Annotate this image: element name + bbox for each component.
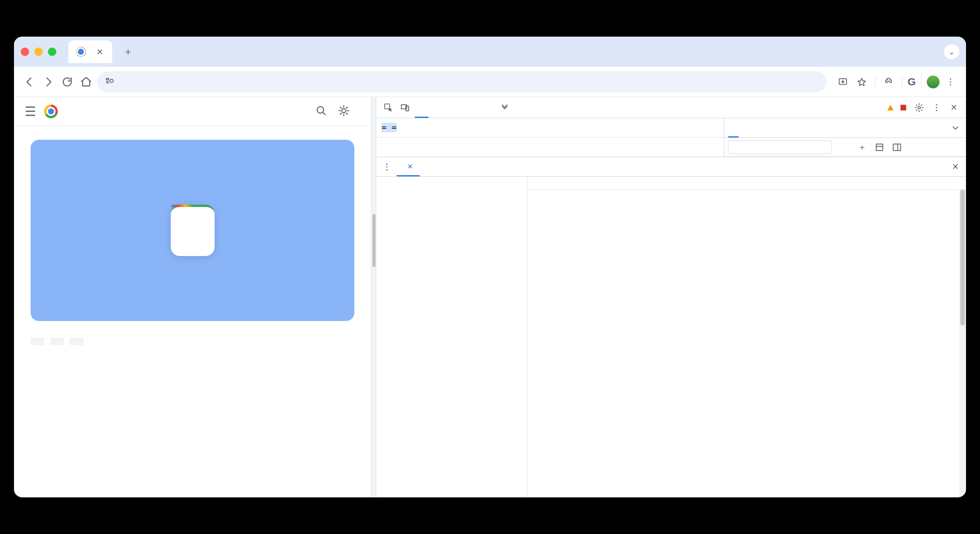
theme-toggle-icon[interactable] [338,105,350,118]
separator [921,76,921,88]
svg-point-20 [386,169,387,170]
browser-window: ✕ ＋ ⌄ [14,37,966,497]
devtools-drawer: ✕ ✕ [376,157,966,497]
window-controls [21,48,56,56]
svg-point-4 [950,81,951,82]
separator [902,76,902,88]
styles-tabs [724,118,966,138]
inspect-element-icon[interactable] [382,101,395,114]
tag-chip[interactable] [30,338,44,345]
browser-tab[interactable]: ✕ [68,40,112,63]
site-info-icon[interactable] [105,76,115,87]
install-app-icon[interactable] [835,74,851,90]
elements-panel: = = [376,118,966,157]
svg-point-19 [386,166,387,167]
computed-styles-icon[interactable] [873,140,886,154]
article [14,126,371,359]
forward-button[interactable] [40,74,56,90]
chart-stack [527,189,959,497]
svg-point-7 [342,109,346,113]
article-tags [30,338,354,345]
svg-point-15 [936,110,937,111]
browser-toolbar: G [14,67,966,97]
profile-avatar[interactable] [927,76,940,88]
page-header: ☰ [14,97,371,126]
home-button[interactable] [78,74,94,90]
chrome-menu-button[interactable] [943,74,958,90]
svg-point-3 [950,78,951,79]
svg-rect-11 [900,105,906,110]
tab-computed[interactable] [741,118,752,137]
close-window-button[interactable] [21,48,29,56]
tab-layout[interactable] [755,118,766,137]
devtools-close-icon[interactable]: ✕ [947,101,961,114]
svg-rect-17 [893,144,900,150]
tab-memory[interactable] [481,97,495,118]
tab-performance[interactable] [465,97,478,118]
tab-network[interactable] [448,97,462,118]
tag-chip[interactable] [50,338,64,345]
tab-elements[interactable] [415,97,428,118]
tab-sources[interactable] [431,97,445,118]
close-tab-button[interactable]: ✕ [95,46,105,58]
warnings-count[interactable] [887,104,896,111]
hamburger-menu-icon[interactable]: ☰ [25,104,36,119]
charts-scrollbar[interactable] [959,189,966,497]
rendered-page: ☰ [14,97,371,497]
devtools-splitter[interactable] [371,97,376,497]
styles-filter-input[interactable] [728,140,832,154]
tab-dropdown-button[interactable]: ⌄ [944,44,959,59]
svg-rect-16 [876,144,883,150]
hov-toggle[interactable] [836,146,842,149]
back-button[interactable] [22,74,37,90]
timeline-tick [703,177,790,189]
drawer-tabs: ✕ ✕ [376,157,966,177]
close-drawer-tab-icon[interactable]: ✕ [407,162,413,170]
drawer-more-icon[interactable] [380,160,394,174]
styles-pane: ＋ [724,118,966,157]
address-bar[interactable] [97,72,827,92]
dom-code[interactable]: = = [376,118,724,137]
new-tab-button[interactable]: ＋ [118,41,138,62]
timeline-tick [791,177,878,189]
dom-breadcrumb[interactable] [376,137,724,142]
device-toolbar-icon[interactable] [398,101,412,114]
perf-timeline [527,177,966,189]
tab-performance-monitor[interactable]: ✕ [397,157,420,176]
google-account-icon[interactable]: G [907,76,916,88]
svg-point-5 [950,84,951,85]
extensions-icon[interactable] [881,74,897,90]
new-style-rule-icon[interactable]: ＋ [855,140,869,154]
cls-toggle[interactable] [845,146,851,149]
styles-toolbar: ＋ [724,138,966,157]
minimize-window-button[interactable] [34,48,43,56]
devtools-settings-icon[interactable] [912,101,926,114]
chrome-logo-icon [44,105,58,118]
dom-tree-pane[interactable]: = = [376,118,724,157]
svg-point-13 [936,104,937,105]
article-hero [30,140,354,321]
errors-count[interactable] [899,104,908,111]
styles-more-tabs-icon[interactable] [949,121,962,135]
tab-styles[interactable] [728,118,738,137]
toggle-sidebar-icon[interactable] [890,140,904,154]
perf-charts [527,177,966,497]
tab-event-listeners[interactable] [769,118,780,137]
timeline-tick [527,177,615,189]
maximize-window-button[interactable] [48,48,56,56]
performance-monitor-body [376,177,966,497]
svg-point-12 [918,106,921,109]
svg-point-14 [936,107,937,108]
close-drawer-icon[interactable]: ✕ [949,160,962,174]
bookmark-star-icon[interactable] [854,74,870,90]
devtools-more-icon[interactable] [930,101,943,114]
reload-button[interactable] [59,74,75,90]
more-tabs-icon[interactable] [498,101,512,114]
page-header-actions [315,105,360,118]
timeline-tick [878,177,966,189]
tab-strip: ✕ ＋ ⌄ [14,37,966,67]
tag-chip[interactable] [70,338,83,345]
search-icon[interactable] [315,105,327,118]
timeline-tick [615,177,703,189]
tab-console[interactable] [423,157,436,176]
